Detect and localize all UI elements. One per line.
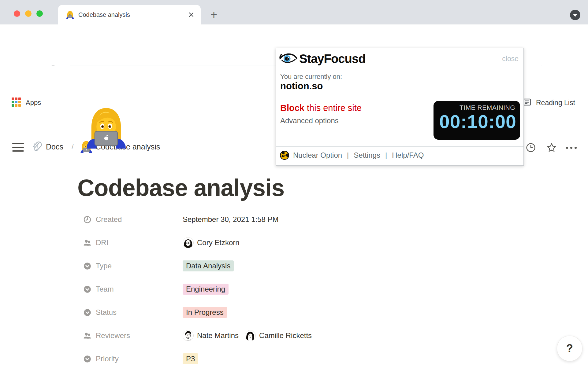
window-close-button[interactable] [14, 10, 20, 17]
block-rest: this entire site [304, 103, 362, 113]
property-row-reviewers: Reviewers Nate MartinsCamille Ricketts [78, 324, 512, 347]
page-more-menu[interactable] [566, 147, 577, 149]
property-value-cell[interactable]: September 30, 2021 1:58 PM [183, 215, 512, 224]
reading-list-button[interactable]: Reading List [536, 99, 575, 107]
person-nate[interactable]: Nate Martins [183, 330, 239, 341]
property-label: Reviewers [96, 331, 130, 340]
advanced-options-link[interactable]: Advanced options [280, 116, 339, 125]
avatar-cory [183, 237, 194, 248]
property-label-cell[interactable]: Reviewers [78, 331, 183, 340]
time-remaining-value: 00:10:00 [439, 111, 516, 132]
property-label: Created [96, 215, 122, 224]
tag-data-analysis[interactable]: Data Analysis [183, 260, 234, 271]
property-label-cell[interactable]: Priority [78, 355, 183, 363]
link-separator: | [384, 151, 388, 160]
property-row-status: Status In Progress [78, 301, 512, 324]
property-value-cell[interactable]: P3 [183, 353, 512, 364]
chevron-down-icon [573, 14, 577, 17]
stayfocusd-eye-logo-icon [279, 52, 297, 65]
window-minimize-button[interactable] [25, 10, 32, 17]
property-value-cell[interactable]: Cory Etzkorn [183, 237, 512, 248]
clock-icon [83, 215, 91, 224]
property-value-cell[interactable]: Nate MartinsCamille Ricketts [183, 330, 512, 341]
tag-engineering[interactable]: Engineering [183, 284, 229, 295]
property-label-cell[interactable]: Status [78, 308, 183, 317]
time-remaining-label: TIME REMAINING [460, 104, 515, 111]
breadcrumb-separator: / [72, 142, 74, 151]
window-zoom-button[interactable] [36, 10, 43, 17]
select-icon [83, 355, 91, 363]
popup-close-link[interactable]: close [502, 55, 519, 63]
tab-strip: Codebase analysis + [0, 0, 588, 24]
nuclear-option-icon[interactable] [280, 150, 289, 160]
tab-title: Codebase analysis [78, 11, 188, 18]
tab-search-button[interactable] [570, 10, 580, 20]
property-value-cell[interactable]: Engineering [183, 284, 512, 295]
property-label: Status [96, 308, 117, 317]
select-icon [83, 308, 91, 317]
divider [276, 96, 523, 96]
person-name: Cory Etzkorn [197, 238, 240, 247]
popup-link-help-faq[interactable]: Help/FAQ [392, 151, 424, 160]
block-word[interactable]: Block [280, 103, 304, 113]
property-row-priority: Priority P3 [78, 347, 512, 368]
property-label: Priority [96, 355, 119, 363]
property-label-cell[interactable]: DRI [78, 238, 183, 247]
favorite-star-icon[interactable] [546, 142, 557, 153]
sidebar-toggle-icon[interactable] [12, 143, 24, 154]
divider [276, 146, 523, 147]
page-history-clock-icon[interactable] [526, 142, 536, 153]
property-label-cell[interactable]: Created [78, 215, 183, 224]
property-value-cell[interactable]: In Progress [183, 307, 512, 318]
browser-toolbar: notion.so/camacme/Codebase-analysis-1338… [0, 24, 588, 47]
popup-link-settings[interactable]: Settings [354, 151, 380, 160]
property-row-team: Team Engineering [78, 278, 512, 301]
apps-shortcut[interactable]: Apps [26, 99, 41, 107]
page-icon-technologist-emoji[interactable] [85, 106, 127, 149]
property-row-dri: DRI Cory Etzkorn [78, 231, 512, 254]
person-icon [83, 239, 91, 247]
reading-list-icon[interactable] [523, 98, 532, 107]
person-cory[interactable]: Cory Etzkorn [183, 237, 240, 248]
property-label: Type [96, 262, 112, 270]
block-site-link[interactable]: Block this entire site [280, 103, 362, 113]
divider [276, 69, 523, 69]
browser-tab[interactable]: Codebase analysis [58, 5, 201, 24]
breadcrumb-root[interactable]: Docs [46, 142, 63, 151]
property-row-type: Type Data Analysis [78, 254, 512, 278]
time-remaining-box: TIME REMAINING 00:10:00 [434, 101, 520, 140]
popup-links: Nuclear Option|Settings|Help/FAQ [280, 149, 424, 162]
tag-in-progress[interactable]: In Progress [183, 307, 227, 318]
stayfocusd-popup: StayFocusd close You are currently on: n… [276, 48, 524, 166]
person-name: Camille Ricketts [259, 331, 312, 340]
tab-close-icon[interactable] [188, 11, 195, 18]
help-button[interactable]: ? [557, 336, 582, 361]
new-tab-button[interactable]: + [210, 9, 217, 20]
property-row-created: Created September 30, 2021 1:58 PM [78, 208, 512, 231]
property-label-cell[interactable]: Type [78, 262, 183, 270]
popup-link-nuclear-option[interactable]: Nuclear Option [293, 151, 342, 160]
property-label: Team [96, 285, 114, 293]
select-icon [83, 262, 91, 270]
current-site-label: You are currently on: [280, 73, 342, 81]
tag-p3[interactable]: P3 [183, 353, 198, 364]
property-value-text[interactable]: September 30, 2021 1:58 PM [183, 215, 279, 224]
page-title[interactable]: Codebase analysis [77, 174, 284, 201]
properties-table: Created September 30, 2021 1:58 PM DRI C… [78, 208, 512, 368]
tab-favicon-technologist-icon [66, 11, 74, 19]
avatar-nate [183, 330, 194, 341]
person-name: Nate Martins [197, 331, 239, 340]
select-icon [83, 285, 91, 293]
paperclip-icon [31, 141, 43, 153]
avatar-camille [245, 330, 256, 341]
stayfocusd-brand: StayFocusd [299, 52, 366, 66]
property-label-cell[interactable]: Team [78, 285, 183, 293]
person-camille[interactable]: Camille Ricketts [245, 330, 312, 341]
link-separator: | [346, 151, 350, 160]
person-icon [83, 332, 91, 340]
property-label: DRI [96, 238, 108, 247]
apps-grid-icon[interactable] [12, 98, 21, 107]
property-value-cell[interactable]: Data Analysis [183, 260, 512, 271]
current-site-value: notion.so [280, 81, 323, 92]
